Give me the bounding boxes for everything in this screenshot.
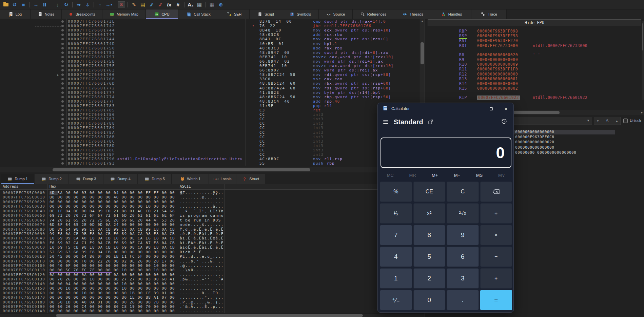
breakpoint-dot[interactable]	[61, 43, 64, 45]
run-icon[interactable]: →	[32, 1, 40, 9]
tab-notes[interactable]: Notes	[31, 9, 62, 19]
hex-byte[interactable]: 54	[162, 209, 170, 213]
decimal-button[interactable]: .	[447, 290, 479, 310]
breakpoint-dot[interactable]	[61, 118, 64, 120]
hex-byte[interactable]: 00	[58, 282, 66, 286]
dump-tab-dump-5[interactable]: Dump 5	[138, 174, 171, 184]
register-value[interactable]: 000000F963DFF270	[477, 39, 518, 43]
hex-byte[interactable]: 61	[114, 213, 122, 218]
hex-byte[interactable]: 00	[50, 259, 58, 263]
hex-byte[interactable]: 00	[154, 309, 162, 313]
hex-byte[interactable]: 00	[162, 254, 170, 259]
hex-byte[interactable]: 39	[154, 291, 162, 295]
hex-byte[interactable]: 27	[122, 277, 130, 281]
hex-byte[interactable]: 00	[65, 273, 74, 277]
hex-byte[interactable]: 0A	[90, 300, 98, 304]
unlock-checkbox[interactable]	[623, 119, 628, 123]
hex-byte[interactable]: 0A	[105, 223, 114, 227]
hex-byte[interactable]: 00	[82, 195, 90, 199]
hex-byte[interactable]: 00	[170, 268, 178, 272]
hex-byte[interactable]: 62	[65, 218, 74, 223]
hex-byte[interactable]: CB	[105, 241, 114, 245]
hex-byte[interactable]: 00	[90, 200, 98, 204]
hex-byte[interactable]: 98	[146, 245, 154, 250]
hex-byte[interactable]: CB	[105, 232, 114, 236]
hex-byte[interactable]: 00	[74, 300, 82, 304]
hex-byte[interactable]: 00	[90, 309, 98, 313]
hex-byte[interactable]: CB	[74, 232, 82, 236]
hex-byte[interactable]: 00	[146, 309, 154, 313]
hex-byte[interactable]: E0	[114, 236, 122, 240]
hex-byte[interactable]: 0A	[162, 232, 170, 236]
backspace-button[interactable]	[480, 182, 512, 202]
hex-byte[interactable]: 00	[82, 263, 90, 268]
hex-byte[interactable]: 0E	[130, 259, 138, 263]
hex-byte[interactable]: 72	[90, 218, 98, 223]
hex-byte[interactable]: 26	[65, 277, 74, 281]
hexdump-row[interactable]: 00007FFC765C00400E1FBA0E00B409CD21B8014C…	[0, 209, 425, 213]
breakpoint-dot[interactable]	[61, 29, 64, 31]
hex-byte[interactable]: 00	[74, 263, 82, 268]
multiply-button[interactable]: ×	[480, 225, 512, 245]
digit-6-button[interactable]: 6	[447, 247, 479, 267]
digit-9-button[interactable]: 9	[447, 225, 479, 245]
hex-byte[interactable]: 00	[58, 200, 66, 204]
hex-byte[interactable]: 4D	[50, 191, 58, 195]
hexdump-row[interactable]: 00007FFC765C01200A0000000A0000000A000000…	[0, 273, 425, 277]
breakpoint-dot[interactable]	[61, 153, 64, 156]
hex-byte[interactable]: 00	[65, 309, 74, 313]
hex-byte[interactable]: F0	[82, 259, 90, 263]
breakpoint-dot[interactable]	[61, 149, 64, 151]
stack-spinner[interactable]: ▼ 5 ▲	[594, 117, 621, 125]
hex-byte[interactable]: 60	[58, 304, 66, 309]
hex-byte[interactable]: 69	[58, 241, 66, 245]
disasm-row[interactable]: 00007FFC7660174748:03CBadd rcx,rbx	[0, 33, 419, 37]
hexdump-row[interactable]: 00007FFC765C0080DD89649899E80ACB99E80ACB…	[0, 227, 425, 232]
breakpoint-dot[interactable]	[61, 87, 64, 89]
hex-byte[interactable]: 01	[162, 291, 170, 295]
hex-byte[interactable]: 00	[58, 273, 66, 277]
hex-byte[interactable]: 00	[58, 309, 66, 313]
register-value[interactable]: 000000F963DFF098	[477, 29, 518, 34]
digit-8-button[interactable]: 8	[413, 225, 446, 245]
hex-byte[interactable]: 4C	[138, 209, 146, 213]
hexdump-row[interactable]: 00007FFC765C0010B80000000000000040000000…	[0, 195, 425, 199]
hex-byte[interactable]: 00	[65, 200, 74, 204]
hex-byte[interactable]: FF	[154, 191, 162, 195]
hex-byte[interactable]: 02	[122, 259, 130, 263]
disasm-row[interactable]: 00007FFC7660178DCCint3	[0, 144, 419, 148]
hex-byte[interactable]: 0A	[98, 241, 106, 245]
hex-byte[interactable]: 0E	[130, 236, 138, 240]
hex-byte[interactable]: 10	[122, 282, 130, 286]
tab-handles[interactable]: Handles	[432, 9, 471, 19]
hex-byte[interactable]: 20	[170, 218, 178, 223]
hex-byte[interactable]: 0E	[50, 209, 58, 213]
tab-source[interactable]: <>Source	[319, 9, 353, 19]
hex-byte[interactable]: 00	[74, 204, 82, 209]
hex-byte[interactable]: 00	[162, 309, 170, 313]
hex-byte[interactable]: 00	[146, 259, 154, 263]
hex-byte[interactable]: 17	[162, 259, 170, 263]
breakpoint-dot[interactable]	[61, 122, 64, 125]
spin-up-icon[interactable]: ▲	[616, 120, 618, 123]
hex-byte[interactable]: 00	[74, 254, 82, 259]
hex-byte[interactable]: 00	[114, 300, 122, 304]
digit-2-button[interactable]: 2	[413, 268, 446, 289]
hex-byte[interactable]: 00	[50, 295, 58, 300]
hex-byte[interactable]: 6E	[162, 213, 170, 218]
hex-byte[interactable]: 00	[74, 200, 82, 204]
breakpoint-dot[interactable]	[61, 158, 64, 160]
hex-byte[interactable]: 20	[58, 218, 66, 223]
hexdump-row[interactable]: 00007FFC765C0140000004000000000000100000…	[0, 282, 425, 286]
hex-byte[interactable]: 99	[146, 227, 154, 232]
hex-byte[interactable]: 00	[170, 223, 178, 227]
hex-byte[interactable]: 73	[58, 213, 66, 218]
hex-byte[interactable]: 86	[90, 254, 98, 259]
breakpoint-dot[interactable]	[61, 96, 64, 98]
hex-byte[interactable]: 2E	[82, 223, 90, 227]
hex-byte[interactable]: 00	[58, 291, 66, 295]
disasm-row[interactable]: 00007FFC7660178341:5Epop r14	[0, 104, 419, 108]
dump-tab-dump-1[interactable]: Dump 1	[1, 174, 34, 184]
hex-byte[interactable]: 00	[122, 191, 130, 195]
run-trace-icon[interactable]: ⇒	[74, 1, 83, 9]
